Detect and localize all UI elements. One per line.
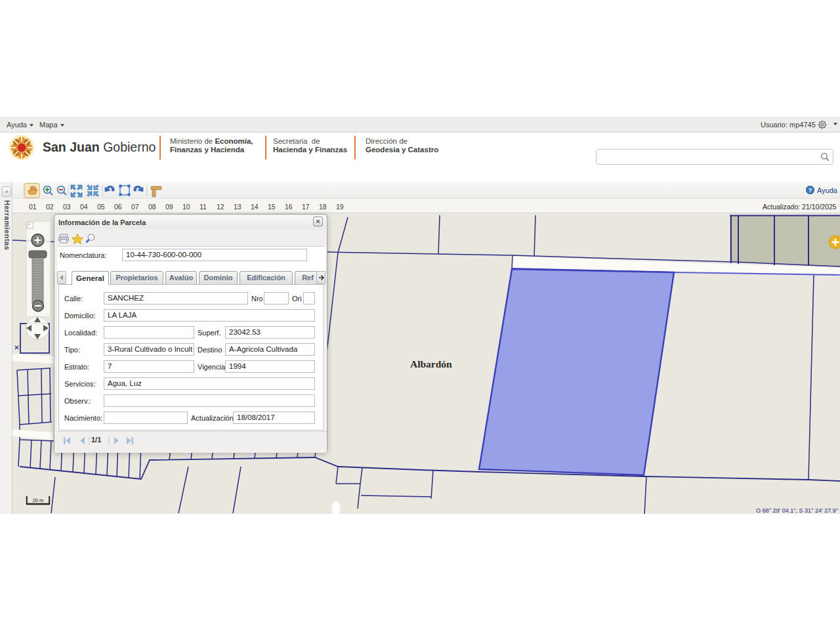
svg-text:?: ? <box>808 187 812 194</box>
svg-text:Albardón: Albardón <box>410 358 452 369</box>
svg-text:20 m: 20 m <box>33 497 44 503</box>
svg-text:O 68° 29' 04.1", S 31° 24' 27.: O 68° 29' 04.1", S 31° 24' 27.9" <box>756 507 838 514</box>
